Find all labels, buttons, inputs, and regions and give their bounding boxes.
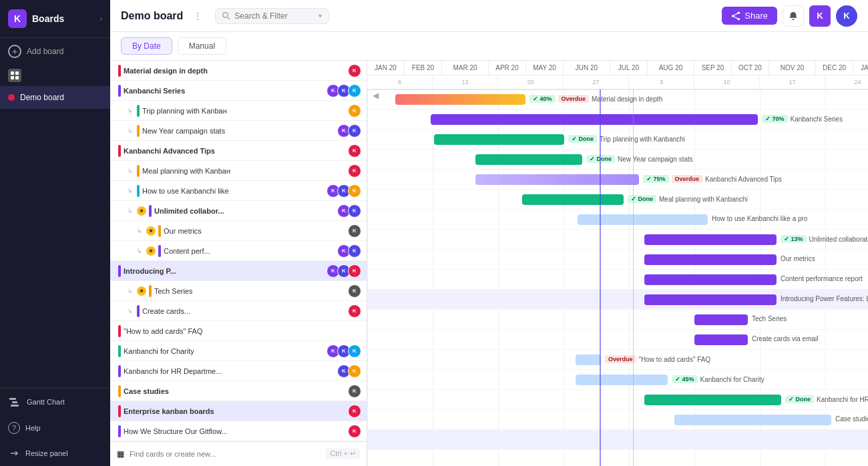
manual-button[interactable]: Manual	[178, 37, 226, 55]
task-row[interactable]: Kanbanchi for CharityKKK	[110, 341, 367, 361]
task-color-indicator	[118, 265, 121, 277]
task-avatars: K	[348, 405, 361, 418]
gantt-bar[interactable]	[578, 214, 708, 225]
sub-arrow-icon: ↳	[128, 168, 133, 174]
search-filter[interactable]: ▾	[215, 8, 329, 24]
svg-point-7	[223, 12, 228, 17]
task-name: Kanbanchi for HR Departme...	[124, 367, 335, 375]
day-cell: 20	[498, 75, 564, 89]
overdue-badge: Overdue	[558, 95, 590, 103]
gantt-bar[interactable]	[475, 174, 639, 185]
task-row[interactable]: ↳☀Tech SeriesK	[110, 281, 367, 301]
gantt-tag: Our metrics	[781, 255, 815, 262]
task-row[interactable]: Introducing P...KKK	[110, 261, 367, 281]
bar-right-label: Kanbanchi for Charity	[700, 376, 765, 383]
sub-arrow-icon: ↳	[128, 208, 133, 214]
gantt-chart[interactable]: JAN 20FEB 20MAR 20APR 20MAY 20JUN 20JUL …	[367, 61, 868, 466]
share-button[interactable]: Share	[722, 7, 777, 25]
task-row[interactable]: ↳Meal planning with KanbанK	[110, 161, 367, 181]
svg-rect-0	[11, 71, 14, 75]
task-row[interactable]: Kanbanchi for HR Departme...KK	[110, 361, 367, 381]
sun-icon: ☀	[146, 226, 156, 236]
task-name: "How to add cards" FAQ	[124, 327, 361, 335]
gantt-bar[interactable]	[644, 274, 777, 285]
gantt-bar[interactable]	[475, 154, 582, 165]
task-row[interactable]: Case studiesK	[110, 381, 367, 401]
month-cell: OCT 20	[732, 61, 769, 75]
avatar-k2[interactable]: K	[836, 5, 857, 27]
task-row[interactable]: Kanbanchi SeriesKKK	[110, 81, 367, 101]
bar-right-label: Case studies	[835, 415, 868, 423]
task-name: Content perf...	[164, 247, 335, 255]
task-row[interactable]: Material design in depthK	[110, 61, 367, 81]
search-input[interactable]	[234, 11, 314, 21]
sun-icon: ☀	[137, 206, 146, 216]
gantt-bar[interactable]	[576, 375, 668, 385]
avatar: K	[348, 385, 361, 398]
progress-badge: ✓ 40%	[529, 95, 556, 103]
sidebar-item-gantt[interactable]: Gantt Chart	[0, 389, 110, 415]
done-badge: ✓ Done	[785, 395, 814, 403]
task-rows-container: Material design in depthKKanbanchi Serie…	[110, 61, 367, 441]
board-options-button[interactable]: ⋮	[194, 11, 202, 21]
task-row[interactable]: Enterprise kanban boardsK	[110, 401, 367, 421]
avatar-k[interactable]: K	[809, 5, 831, 27]
gantt-bar[interactable]	[694, 314, 748, 325]
task-row[interactable]: ↳☀Content perf...KK	[110, 241, 367, 261]
sidebar-logo[interactable]: K Boards ›	[0, 0, 110, 38]
gantt-bar[interactable]	[576, 355, 601, 365]
sidebar-item-resize[interactable]: Resize panel	[0, 441, 110, 466]
sub-arrow-icon: ↳	[137, 228, 142, 234]
bar-right-label: Kanbanchi Advanced Tips	[705, 176, 782, 183]
gantt-bar[interactable]	[644, 234, 777, 245]
task-row[interactable]: ↳☀Our metricsK	[110, 221, 367, 241]
add-board-button[interactable]: + Add board	[0, 38, 110, 65]
gantt-bar[interactable]	[694, 334, 748, 345]
task-row[interactable]: ↳Create cards...K	[110, 301, 367, 321]
gantt-tag: Overdue"How to add cards" FAQ	[605, 355, 710, 363]
progress-badge: ✓ 70%	[762, 115, 788, 123]
bar-right-label: How to use Kanbanchi like a pro	[712, 215, 807, 222]
gantt-wrapper: Material design in depthKKanbanchi Serie…	[110, 61, 868, 466]
gantt-bar[interactable]	[674, 415, 831, 425]
gantt-tag: Case studies	[835, 415, 868, 423]
gantt-tag: ✓ DoneMeal planning with Kanbanchi	[628, 195, 748, 203]
task-row[interactable]: ↳Trip planning with KanbанK	[110, 101, 367, 121]
gantt-chart-icon	[8, 395, 21, 409]
task-row[interactable]: Kanbanchi Advanced TipsK	[110, 141, 367, 161]
gantt-bar[interactable]	[434, 134, 564, 145]
task-row[interactable]: ↳New Year campaign statsKK	[110, 121, 367, 141]
task-name: Meal planning with Kanbан	[142, 167, 345, 175]
task-name: Case studies	[124, 387, 345, 395]
task-name: Unlimited collabor...	[154, 207, 335, 215]
table-icon: ▦	[117, 449, 124, 459]
gantt-header: JAN 20FEB 20MAR 20APR 20MAY 20JUN 20JUL …	[367, 61, 868, 89]
task-row[interactable]: "How to add cards" FAQ	[110, 321, 367, 341]
day-cell: 24	[825, 75, 868, 89]
gantt-bar[interactable]	[644, 395, 781, 405]
bar-right-label: Trip planning with Kanbanchi	[600, 136, 685, 143]
logo-icon: K	[8, 9, 27, 28]
by-date-button[interactable]: By Date	[121, 37, 172, 55]
avatar: K	[348, 184, 361, 198]
task-avatars: KKK	[327, 184, 361, 198]
demo-board-dot	[8, 94, 15, 101]
find-input[interactable]	[130, 450, 320, 458]
task-row[interactable]: How We Structure Our Gitflow...K	[110, 421, 367, 441]
sub-arrow-icon: ↳	[137, 248, 142, 254]
task-row[interactable]: ↳☀Unlimited collabor...KK	[110, 201, 367, 221]
gantt-bar[interactable]	[395, 94, 525, 105]
task-color-indicator	[149, 205, 152, 217]
task-row[interactable]: ↳How to use Kanbanchi likeKKK	[110, 181, 367, 201]
avatar: K	[348, 84, 361, 97]
sidebar-item-help[interactable]: ? Help	[0, 415, 110, 441]
notification-button[interactable]	[783, 5, 804, 27]
month-cell: MAY 20	[526, 61, 564, 75]
gantt-tag: ✓ 75%OverdueKanbanchi Advanced Tips	[643, 175, 782, 183]
gantt-bar[interactable]	[522, 194, 624, 205]
gantt-bar[interactable]	[644, 254, 777, 265]
gantt-bar[interactable]	[431, 114, 758, 125]
sidebar-item-demo-board[interactable]: Demo board	[0, 86, 110, 109]
sub-arrow-icon: ↳	[128, 107, 133, 114]
gantt-bar[interactable]	[644, 294, 777, 305]
